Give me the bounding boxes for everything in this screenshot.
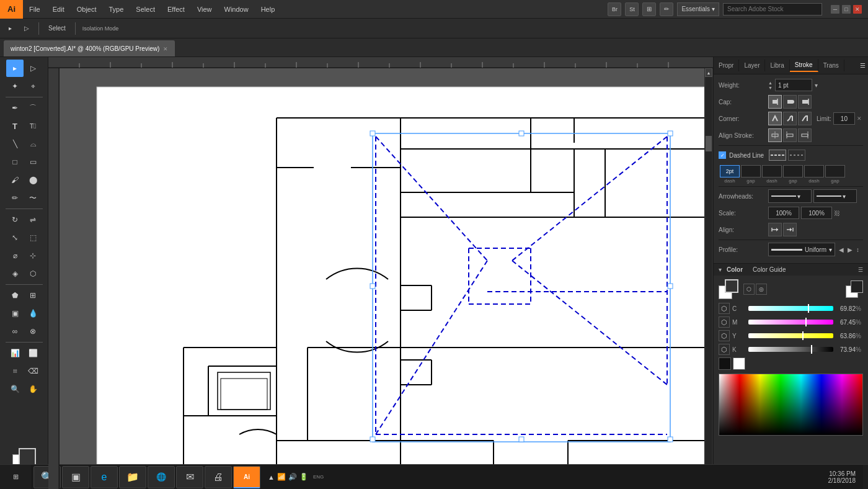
eyedropper-tool[interactable]: 💧 bbox=[24, 305, 42, 322]
tray-network-icon[interactable]: 📶 bbox=[277, 473, 286, 481]
tray-up-icon[interactable]: ▲ bbox=[268, 473, 275, 481]
close-button[interactable]: ✕ bbox=[853, 5, 862, 14]
gap-1-input[interactable] bbox=[741, 165, 761, 177]
arrowhead-end-select[interactable]: ▾ bbox=[813, 189, 857, 203]
curvature-tool[interactable]: ⌒ bbox=[24, 99, 42, 117]
weight-dropdown[interactable]: ▾ bbox=[815, 82, 818, 89]
scale-link-icon[interactable]: ⛓ bbox=[834, 210, 840, 217]
rect-tool[interactable]: □ bbox=[6, 153, 24, 171]
y-slider-thumb[interactable] bbox=[802, 331, 804, 340]
magic-wand-tool[interactable]: ✦ bbox=[6, 78, 24, 95]
tab-transform[interactable]: Trans bbox=[818, 60, 844, 71]
tab-stroke[interactable]: Stroke bbox=[790, 59, 818, 72]
brush-tool[interactable]: 🖌 bbox=[6, 171, 24, 189]
y-cube-icon[interactable]: ⬡ bbox=[719, 330, 730, 341]
blend-tool[interactable]: ∞ bbox=[6, 323, 24, 340]
pen-icon[interactable]: ✏ bbox=[660, 2, 673, 16]
blob-brush-tool[interactable]: ⬤ bbox=[24, 171, 42, 189]
maximize-button[interactable]: □ bbox=[842, 5, 851, 14]
menu-select[interactable]: Select bbox=[130, 0, 161, 18]
mesh-tool[interactable]: ⊞ bbox=[24, 287, 42, 304]
m-slider-thumb[interactable] bbox=[805, 318, 807, 326]
white-swatch[interactable] bbox=[733, 357, 745, 370]
menu-view[interactable]: View bbox=[191, 0, 218, 18]
menu-file[interactable]: File bbox=[23, 0, 46, 18]
shape-builder-tool[interactable]: ◈ bbox=[6, 265, 24, 282]
m-cube-icon[interactable]: ⬡ bbox=[719, 316, 730, 328]
projecting-cap-button[interactable] bbox=[798, 95, 812, 109]
show-desktop-button[interactable] bbox=[863, 465, 868, 490]
bridge-icon[interactable]: Br bbox=[608, 2, 621, 16]
dash-1-input[interactable]: 2pt bbox=[720, 165, 740, 177]
slice-tool[interactable]: ⌗ bbox=[6, 362, 24, 380]
taskbar-mail-button[interactable]: ✉ bbox=[176, 466, 203, 488]
zoom-tool[interactable]: 🔍 bbox=[6, 380, 24, 398]
color-guide-tab[interactable]: Color Guide bbox=[753, 266, 786, 273]
round-join-button[interactable] bbox=[783, 112, 797, 125]
smooth-tool[interactable]: 〜 bbox=[24, 189, 42, 207]
direct-selection-tool[interactable]: ▷ bbox=[24, 60, 42, 77]
dash-2-input[interactable] bbox=[762, 165, 782, 177]
tray-volume-icon[interactable]: 🔊 bbox=[288, 473, 297, 481]
scale-start-input[interactable]: 100% bbox=[768, 207, 799, 219]
tab-library[interactable]: Libra bbox=[765, 60, 789, 71]
eraser-tool[interactable]: ⌫ bbox=[24, 362, 42, 380]
butt-cap-button[interactable] bbox=[768, 95, 782, 109]
area-type-tool[interactable]: T⃞ bbox=[24, 117, 42, 135]
c-cube-icon[interactable]: ⬡ bbox=[719, 303, 730, 314]
menu-type[interactable]: Type bbox=[103, 0, 130, 18]
perspective-tool[interactable]: ⬟ bbox=[6, 287, 24, 304]
document-tab[interactable]: winton2 [Converted].AI* @ 400% (RGB/GPU … bbox=[4, 40, 175, 56]
stock-icon[interactable]: St bbox=[625, 2, 639, 16]
scroll-thumb[interactable] bbox=[706, 136, 712, 151]
dash-pattern-2-button[interactable] bbox=[788, 150, 805, 161]
select-tool-btn[interactable]: ▸ bbox=[4, 21, 17, 36]
direct-select-btn[interactable]: ▷ bbox=[19, 21, 34, 36]
symbol-tool[interactable]: ⊗ bbox=[24, 323, 42, 340]
arrowhead-start-select[interactable]: ▾ bbox=[768, 189, 812, 203]
color-wheel-icon[interactable]: ◎ bbox=[756, 284, 767, 295]
weight-down-button[interactable]: ▼ bbox=[768, 86, 773, 90]
round-cap-button[interactable] bbox=[783, 95, 797, 109]
scale-tool[interactable]: ⤡ bbox=[6, 229, 24, 246]
gradient-tool[interactable]: ▣ bbox=[6, 305, 24, 322]
menu-window[interactable]: Window bbox=[218, 0, 255, 18]
menu-object[interactable]: Object bbox=[71, 0, 103, 18]
taskbar-edge-button[interactable]: e bbox=[91, 466, 118, 488]
toolbar-select-label[interactable]: Select bbox=[43, 21, 71, 36]
align-outside-button[interactable] bbox=[798, 128, 812, 142]
dashed-line-checkbox[interactable]: ✓ bbox=[719, 151, 726, 159]
bevel-join-button[interactable] bbox=[798, 112, 812, 125]
artboard-tool[interactable]: ⬜ bbox=[24, 344, 42, 362]
arc-tool[interactable]: ⌓ bbox=[24, 135, 42, 153]
type-tool[interactable]: T bbox=[6, 117, 24, 135]
taskbar-chrome-button[interactable]: 🌐 bbox=[148, 466, 175, 488]
color-menu-icon[interactable]: ☰ bbox=[858, 267, 863, 273]
start-button[interactable]: ⊞ bbox=[0, 465, 31, 490]
rounded-rect-tool[interactable]: ▭ bbox=[24, 153, 42, 171]
tab-properties[interactable]: Propr bbox=[714, 60, 739, 71]
profile-next-button[interactable]: ▶ bbox=[846, 246, 854, 253]
pencil-tool[interactable]: ✏ bbox=[6, 189, 24, 207]
line-tool[interactable]: ╲ bbox=[6, 135, 24, 153]
weight-input[interactable]: 1 pt bbox=[775, 79, 812, 91]
taskbar-illustrator-button[interactable]: Ai bbox=[233, 466, 260, 488]
free-transform-tool[interactable]: ⊹ bbox=[24, 247, 42, 264]
gap-3-input[interactable] bbox=[825, 165, 845, 177]
color-section-header[interactable]: ▾ Color Color Guide ☰ bbox=[714, 264, 868, 276]
align-inside-button[interactable] bbox=[783, 128, 797, 142]
grid-icon[interactable]: ⊞ bbox=[642, 2, 656, 16]
scale-end-input[interactable]: 100% bbox=[801, 207, 832, 219]
c-slider-track[interactable] bbox=[748, 306, 833, 311]
profile-prev-button[interactable]: ◀ bbox=[838, 246, 845, 253]
limit-input[interactable]: 10 bbox=[833, 112, 855, 125]
profile-flip-button[interactable]: ↕ bbox=[855, 246, 861, 253]
stroke-box[interactable] bbox=[19, 448, 36, 465]
profile-select-button[interactable]: Uniform ▾ bbox=[768, 243, 835, 256]
m-slider-track[interactable] bbox=[748, 320, 833, 325]
cmyk-cube-icon[interactable]: ⬡ bbox=[743, 284, 755, 295]
column-graph-tool[interactable]: 📊 bbox=[6, 344, 24, 362]
y-slider-track[interactable] bbox=[748, 333, 833, 338]
taskbar-clock[interactable]: 10:36 PM 2/18/2018 bbox=[821, 470, 864, 484]
live-paint-tool[interactable]: ⬡ bbox=[24, 265, 42, 282]
